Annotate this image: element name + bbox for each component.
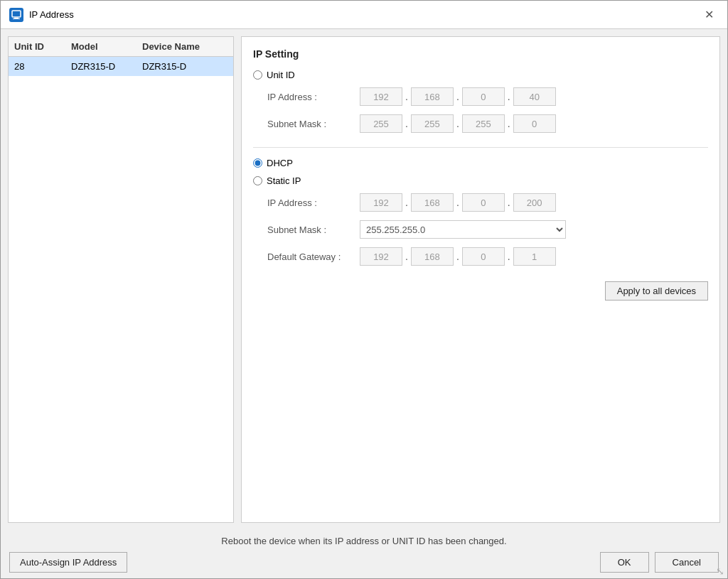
static-subnet-label: Subnet Mask : (267, 224, 360, 235)
title-bar-left: IP Address (9, 8, 74, 22)
radio-static-row: Static IP (253, 175, 708, 186)
static-ip-fields: . . . (360, 193, 556, 212)
close-button[interactable]: ✕ (699, 5, 719, 25)
radio-unit-id-row: Unit ID (253, 70, 708, 80)
static-ip-oct4[interactable] (513, 193, 556, 212)
ok-cancel-group: OK Cancel (600, 552, 719, 573)
ok-button[interactable]: OK (600, 552, 649, 573)
gateway-fields: . . . (360, 247, 556, 266)
bottom-buttons: Auto-Assign IP Address OK Cancel (9, 552, 719, 573)
static-subnet-fields: 255.255.255.0 (360, 220, 566, 239)
static-ip-row: IP Address : . . . (253, 193, 708, 212)
unit-id-ip-row: IP Address : . . . (253, 87, 708, 106)
svg-rect-2 (13, 18, 20, 19)
static-ip-label: IP Address : (267, 197, 360, 208)
radio-unit-id[interactable] (253, 70, 262, 80)
dot3: . (508, 91, 510, 102)
table-body: 28 DZR315-D DZR315-D (9, 57, 233, 522)
cell-unit-id: 28 (14, 61, 71, 72)
col-unit-id: Unit ID (14, 41, 71, 52)
svg-rect-0 (12, 11, 21, 17)
device-table-panel: Unit ID Model Device Name 28 DZR315-D DZ… (8, 36, 234, 523)
reboot-notice: Reboot the device when its IP address or… (9, 536, 719, 546)
unit-id-subnet-label: Subnet Mask : (267, 119, 360, 129)
subnet-mask-dropdown[interactable]: 255.255.255.0 (360, 220, 566, 239)
unit-id-ip-oct2 (411, 87, 454, 106)
unit-id-subnet-oct1 (360, 114, 402, 133)
gateway-oct2[interactable] (411, 247, 454, 266)
unit-id-ip-oct4 (513, 87, 556, 106)
static-subnet-row: Subnet Mask : 255.255.255.0 (253, 220, 708, 239)
title-bar: IP Address ✕ (1, 1, 727, 29)
radio-dhcp-row: DHCP (253, 158, 708, 168)
radio-static-label[interactable]: Static IP (267, 175, 301, 186)
dialog-icon (9, 8, 23, 22)
dialog-title: IP Address (29, 9, 74, 20)
unit-id-subnet-oct2 (411, 114, 454, 133)
radio-static[interactable] (253, 176, 262, 185)
dot1: . (405, 91, 408, 102)
unit-id-ip-oct3 (462, 87, 505, 106)
divider (253, 147, 708, 148)
radio-unit-id-label[interactable]: Unit ID (267, 70, 295, 80)
bottom-bar: Reboot the device when its IP address or… (1, 530, 727, 578)
apply-row: Apply to all devices (253, 281, 708, 301)
dot9: . (508, 197, 510, 208)
ip-address-dialog: IP Address ✕ Unit ID Model Device Name 2… (0, 0, 728, 579)
table-header: Unit ID Model Device Name (9, 37, 233, 57)
gateway-oct4[interactable] (513, 247, 556, 266)
dot8: . (456, 197, 459, 208)
dot11: . (456, 251, 459, 262)
col-device-name: Device Name (142, 41, 228, 52)
radio-dhcp[interactable] (253, 158, 262, 168)
static-ip-oct3[interactable] (462, 193, 505, 212)
dot12: . (508, 251, 510, 262)
gateway-oct1[interactable] (360, 247, 402, 266)
dot4: . (405, 118, 408, 129)
cell-device-name: DZR315-D (142, 61, 228, 72)
static-ip-oct2[interactable] (411, 193, 454, 212)
dot2: . (456, 91, 459, 102)
unit-id-ip-label: IP Address : (267, 92, 360, 102)
ip-settings-panel: IP Setting Unit ID IP Address : . . . (241, 36, 720, 523)
unit-id-subnet-oct4 (513, 114, 556, 133)
cancel-button[interactable]: Cancel (655, 552, 719, 573)
table-row[interactable]: 28 DZR315-D DZR315-D (9, 57, 233, 76)
unit-id-ip-fields: . . . (360, 87, 556, 106)
dot6: . (508, 118, 510, 129)
ip-setting-title: IP Setting (253, 48, 708, 60)
unit-id-subnet-row: Subnet Mask : . . . (253, 114, 708, 133)
col-model: Model (71, 41, 142, 52)
cell-model: DZR315-D (71, 61, 142, 72)
unit-id-subnet-oct3 (462, 114, 505, 133)
unit-id-subnet-fields: . . . (360, 114, 556, 133)
static-ip-oct1[interactable] (360, 193, 402, 212)
dot10: . (405, 251, 408, 262)
gateway-label: Default Gateway : (267, 251, 360, 262)
main-content: Unit ID Model Device Name 28 DZR315-D DZ… (1, 29, 727, 530)
gateway-oct3[interactable] (462, 247, 505, 266)
auto-assign-button[interactable]: Auto-Assign IP Address (9, 552, 127, 573)
unit-id-ip-oct1 (360, 87, 402, 106)
radio-dhcp-label[interactable]: DHCP (267, 158, 293, 168)
resize-handle[interactable]: ⤡ (716, 566, 724, 577)
apply-all-devices-button[interactable]: Apply to all devices (605, 281, 708, 301)
dot5: . (456, 118, 459, 129)
gateway-row: Default Gateway : . . . (253, 247, 708, 266)
dot7: . (405, 197, 408, 208)
